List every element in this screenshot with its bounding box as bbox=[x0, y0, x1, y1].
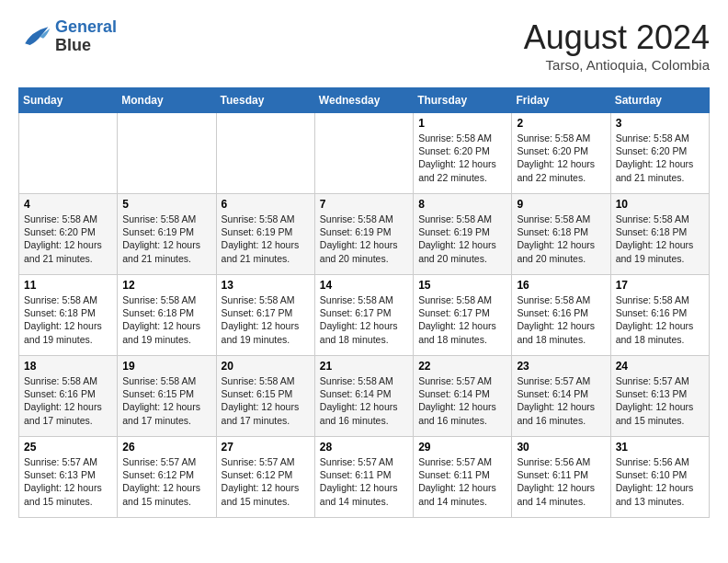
day-number: 9 bbox=[517, 198, 605, 211]
day-content: Sunrise: 5:58 AM Sunset: 6:16 PM Dayligh… bbox=[517, 293, 605, 346]
day-content: Sunrise: 5:58 AM Sunset: 6:18 PM Dayligh… bbox=[517, 213, 605, 265]
day-number: 19 bbox=[122, 360, 210, 373]
day-content: Sunrise: 5:56 AM Sunset: 6:10 PM Dayligh… bbox=[616, 455, 704, 508]
weekday-header-sunday: Sunday bbox=[19, 88, 118, 113]
day-number: 4 bbox=[24, 198, 112, 211]
calendar-cell: 24Sunrise: 5:57 AM Sunset: 6:13 PM Dayli… bbox=[610, 356, 709, 437]
calendar-cell: 7Sunrise: 5:58 AM Sunset: 6:19 PM Daylig… bbox=[314, 194, 413, 275]
day-number: 6 bbox=[222, 198, 310, 211]
title-block: August 2024 Tarso, Antioquia, Colombia bbox=[524, 18, 710, 73]
calendar-week-row-1: 1Sunrise: 5:58 AM Sunset: 6:20 PM Daylig… bbox=[19, 113, 710, 194]
calendar-week-row-2: 4Sunrise: 5:58 AM Sunset: 6:20 PM Daylig… bbox=[19, 194, 710, 275]
day-content: Sunrise: 5:57 AM Sunset: 6:12 PM Dayligh… bbox=[122, 455, 210, 508]
logo: General Blue bbox=[18, 18, 117, 55]
logo-icon bbox=[18, 20, 51, 53]
day-number: 14 bbox=[320, 279, 408, 292]
month-year-title: August 2024 bbox=[524, 18, 710, 57]
calendar-week-row-3: 11Sunrise: 5:58 AM Sunset: 6:18 PM Dayli… bbox=[19, 275, 710, 356]
day-number: 24 bbox=[616, 360, 704, 373]
calendar-week-row-5: 25Sunrise: 5:57 AM Sunset: 6:13 PM Dayli… bbox=[19, 437, 710, 518]
calendar-cell: 8Sunrise: 5:58 AM Sunset: 6:19 PM Daylig… bbox=[414, 194, 512, 275]
day-content: Sunrise: 5:58 AM Sunset: 6:18 PM Dayligh… bbox=[122, 293, 210, 346]
weekday-header-tuesday: Tuesday bbox=[216, 88, 314, 113]
day-content: Sunrise: 5:58 AM Sunset: 6:19 PM Dayligh… bbox=[418, 213, 506, 265]
calendar-cell: 22Sunrise: 5:57 AM Sunset: 6:14 PM Dayli… bbox=[414, 356, 512, 437]
calendar-cell: 16Sunrise: 5:58 AM Sunset: 6:16 PM Dayli… bbox=[512, 275, 610, 356]
day-content: Sunrise: 5:58 AM Sunset: 6:20 PM Dayligh… bbox=[517, 132, 605, 184]
day-number: 31 bbox=[616, 441, 704, 454]
day-content: Sunrise: 5:58 AM Sunset: 6:15 PM Dayligh… bbox=[222, 374, 310, 427]
calendar-cell: 9Sunrise: 5:58 AM Sunset: 6:18 PM Daylig… bbox=[512, 194, 610, 275]
calendar-cell: 14Sunrise: 5:58 AM Sunset: 6:17 PM Dayli… bbox=[314, 275, 413, 356]
calendar-cell: 6Sunrise: 5:58 AM Sunset: 6:19 PM Daylig… bbox=[216, 194, 314, 275]
calendar-cell: 29Sunrise: 5:57 AM Sunset: 6:11 PM Dayli… bbox=[414, 437, 512, 518]
day-number: 10 bbox=[616, 198, 704, 211]
weekday-header-saturday: Saturday bbox=[610, 88, 709, 113]
day-content: Sunrise: 5:57 AM Sunset: 6:13 PM Dayligh… bbox=[616, 374, 704, 427]
calendar-cell bbox=[314, 113, 413, 194]
weekday-header-wednesday: Wednesday bbox=[314, 88, 413, 113]
day-number: 5 bbox=[122, 198, 210, 211]
day-number: 29 bbox=[418, 441, 506, 454]
calendar-cell: 20Sunrise: 5:58 AM Sunset: 6:15 PM Dayli… bbox=[216, 356, 314, 437]
calendar-cell: 28Sunrise: 5:57 AM Sunset: 6:11 PM Dayli… bbox=[314, 437, 413, 518]
day-number: 11 bbox=[24, 279, 112, 292]
weekday-header-monday: Monday bbox=[118, 88, 216, 113]
day-number: 8 bbox=[418, 198, 506, 211]
day-number: 23 bbox=[517, 360, 605, 373]
weekday-header-thursday: Thursday bbox=[414, 88, 512, 113]
calendar-cell: 1Sunrise: 5:58 AM Sunset: 6:20 PM Daylig… bbox=[414, 113, 512, 194]
day-number: 16 bbox=[517, 279, 605, 292]
calendar-cell bbox=[19, 113, 118, 194]
day-number: 20 bbox=[222, 360, 310, 373]
calendar-table: SundayMondayTuesdayWednesdayThursdayFrid… bbox=[18, 87, 710, 518]
day-number: 17 bbox=[616, 279, 704, 292]
day-content: Sunrise: 5:56 AM Sunset: 6:11 PM Dayligh… bbox=[517, 455, 605, 508]
calendar-cell: 5Sunrise: 5:58 AM Sunset: 6:19 PM Daylig… bbox=[118, 194, 216, 275]
location-subtitle: Tarso, Antioquia, Colombia bbox=[524, 57, 710, 73]
day-content: Sunrise: 5:58 AM Sunset: 6:20 PM Dayligh… bbox=[418, 132, 506, 184]
day-number: 18 bbox=[24, 360, 112, 373]
day-content: Sunrise: 5:58 AM Sunset: 6:16 PM Dayligh… bbox=[616, 293, 704, 346]
day-content: Sunrise: 5:58 AM Sunset: 6:18 PM Dayligh… bbox=[616, 213, 704, 265]
calendar-cell: 17Sunrise: 5:58 AM Sunset: 6:16 PM Dayli… bbox=[610, 275, 709, 356]
day-number: 7 bbox=[320, 198, 408, 211]
calendar-cell: 13Sunrise: 5:58 AM Sunset: 6:17 PM Dayli… bbox=[216, 275, 314, 356]
day-content: Sunrise: 5:58 AM Sunset: 6:17 PM Dayligh… bbox=[320, 293, 408, 346]
day-number: 26 bbox=[122, 441, 210, 454]
logo-text: General Blue bbox=[55, 18, 117, 55]
day-content: Sunrise: 5:58 AM Sunset: 6:19 PM Dayligh… bbox=[122, 213, 210, 265]
day-content: Sunrise: 5:57 AM Sunset: 6:12 PM Dayligh… bbox=[222, 455, 310, 508]
calendar-cell: 27Sunrise: 5:57 AM Sunset: 6:12 PM Dayli… bbox=[216, 437, 314, 518]
day-content: Sunrise: 5:58 AM Sunset: 6:17 PM Dayligh… bbox=[222, 293, 310, 346]
calendar-cell: 12Sunrise: 5:58 AM Sunset: 6:18 PM Dayli… bbox=[118, 275, 216, 356]
calendar-cell: 4Sunrise: 5:58 AM Sunset: 6:20 PM Daylig… bbox=[19, 194, 118, 275]
day-content: Sunrise: 5:57 AM Sunset: 6:14 PM Dayligh… bbox=[418, 374, 506, 427]
day-content: Sunrise: 5:58 AM Sunset: 6:19 PM Dayligh… bbox=[320, 213, 408, 265]
day-number: 13 bbox=[222, 279, 310, 292]
calendar-cell: 15Sunrise: 5:58 AM Sunset: 6:17 PM Dayli… bbox=[414, 275, 512, 356]
day-content: Sunrise: 5:58 AM Sunset: 6:17 PM Dayligh… bbox=[418, 293, 506, 346]
calendar-cell: 18Sunrise: 5:58 AM Sunset: 6:16 PM Dayli… bbox=[19, 356, 118, 437]
weekday-header-row: SundayMondayTuesdayWednesdayThursdayFrid… bbox=[19, 88, 710, 113]
calendar-cell: 25Sunrise: 5:57 AM Sunset: 6:13 PM Dayli… bbox=[19, 437, 118, 518]
day-number: 28 bbox=[320, 441, 408, 454]
day-number: 27 bbox=[222, 441, 310, 454]
day-number: 15 bbox=[418, 279, 506, 292]
calendar-cell: 23Sunrise: 5:57 AM Sunset: 6:14 PM Dayli… bbox=[512, 356, 610, 437]
day-number: 2 bbox=[517, 117, 605, 130]
day-content: Sunrise: 5:58 AM Sunset: 6:15 PM Dayligh… bbox=[122, 374, 210, 427]
day-content: Sunrise: 5:58 AM Sunset: 6:20 PM Dayligh… bbox=[616, 132, 704, 184]
day-number: 22 bbox=[418, 360, 506, 373]
calendar-cell: 31Sunrise: 5:56 AM Sunset: 6:10 PM Dayli… bbox=[610, 437, 709, 518]
day-number: 21 bbox=[320, 360, 408, 373]
day-number: 1 bbox=[418, 117, 506, 130]
page-header: General Blue August 2024 Tarso, Antioqui… bbox=[18, 18, 710, 73]
day-content: Sunrise: 5:58 AM Sunset: 6:20 PM Dayligh… bbox=[24, 213, 112, 265]
calendar-cell: 30Sunrise: 5:56 AM Sunset: 6:11 PM Dayli… bbox=[512, 437, 610, 518]
day-content: Sunrise: 5:57 AM Sunset: 6:13 PM Dayligh… bbox=[24, 455, 112, 508]
day-content: Sunrise: 5:57 AM Sunset: 6:11 PM Dayligh… bbox=[320, 455, 408, 508]
day-content: Sunrise: 5:57 AM Sunset: 6:14 PM Dayligh… bbox=[517, 374, 605, 427]
day-number: 12 bbox=[122, 279, 210, 292]
calendar-cell: 26Sunrise: 5:57 AM Sunset: 6:12 PM Dayli… bbox=[118, 437, 216, 518]
